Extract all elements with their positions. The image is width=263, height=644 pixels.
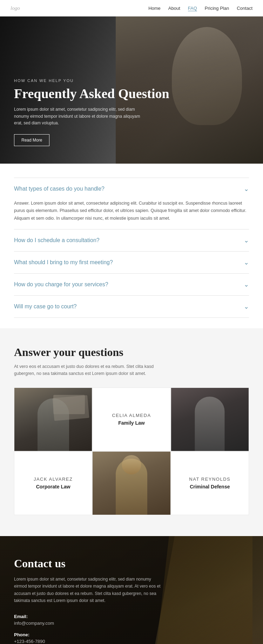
team-photo-man: [14, 388, 92, 451]
faq-item-4: How do you charge for your services? ⌄: [14, 273, 249, 295]
team-heading: Answer your questions: [14, 346, 249, 359]
chevron-down-icon: ⌄: [244, 185, 249, 193]
contact-phone-label: Phone:: [14, 632, 161, 637]
contact-description: Lorem ipsum dolor sit amet, consetetur s…: [14, 576, 161, 604]
nav-home[interactable]: Home: [148, 6, 161, 11]
chevron-down-icon-2: ⌄: [244, 237, 249, 244]
faq-section: What types of cases do you handle? ⌄ Ans…: [0, 164, 263, 328]
faq-item-5: Will my case go to court? ⌄: [14, 295, 249, 318]
team-description: At vero eos et accusam et justo duo dolo…: [14, 363, 154, 377]
contact-section: Contact us Lorem ipsum dolor sit amet, c…: [0, 536, 263, 644]
team-photo-woman-blond: [92, 451, 170, 515]
faq-question-2-text: How do I schedule a consultation?: [14, 237, 100, 244]
celia-name: CELIA ALMEDA: [112, 413, 151, 418]
woman-blond-photo: [93, 452, 170, 515]
nav-about[interactable]: About: [168, 6, 180, 11]
chevron-down-icon-4: ⌄: [244, 281, 249, 288]
nav-pricing[interactable]: Pricing Plan: [205, 6, 229, 11]
celia-role: Family Law: [118, 420, 144, 426]
nat-role: Criminal Defense: [190, 484, 230, 489]
faq-question-5[interactable]: Will my case go to court? ⌄: [14, 296, 249, 317]
nav-faq[interactable]: FAQ: [188, 6, 197, 11]
logo: logo: [11, 5, 20, 11]
faq-question-1[interactable]: What types of cases do you handle? ⌄: [14, 178, 249, 200]
faq-question-2[interactable]: How do I schedule a consultation? ⌄: [14, 229, 249, 251]
faq-question-3[interactable]: What should I bring to my first meeting?…: [14, 252, 249, 273]
contact-email-value: info@company.com: [14, 621, 161, 626]
team-card-nat[interactable]: NAT REYNOLDS Criminal Defense: [171, 451, 249, 515]
nav-links: Home About FAQ Pricing Plan Contact: [148, 5, 252, 11]
faq-question-1-text: What types of cases do you handle?: [14, 186, 104, 192]
contact-title: Contact us: [14, 557, 161, 570]
team-card-jack[interactable]: JACK ALVAREZ Corporate Law: [14, 451, 92, 515]
faq-item-3: What should I bring to my first meeting?…: [14, 251, 249, 273]
jack-role: Corporate Law: [36, 484, 70, 489]
faq-item-2: How do I schedule a consultation? ⌄: [14, 229, 249, 251]
team-card-celia[interactable]: CELIA ALMEDA Family Law: [92, 388, 170, 451]
woman-bw-photo: [171, 388, 249, 451]
hero-description: Lorem ipsum dolor sit amet, consetetur s…: [14, 106, 147, 126]
contact-content: Contact us Lorem ipsum dolor sit amet, c…: [14, 557, 161, 644]
faq-question-4-text: How do you charge for your services?: [14, 281, 108, 288]
faq-item-1: What types of cases do you handle? ⌄ Ans…: [14, 178, 249, 229]
chevron-down-icon-3: ⌄: [244, 259, 249, 266]
hero-eyebrow: HOW CAN WE HELP YOU: [14, 78, 169, 83]
hero-section: HOW CAN WE HELP YOU Frequently Asked Que…: [0, 16, 263, 164]
team-photo-woman-bw: [171, 388, 249, 451]
nat-name: NAT REYNOLDS: [189, 477, 230, 482]
hero-content: HOW CAN WE HELP YOU Frequently Asked Que…: [14, 78, 169, 146]
faq-answer-1: Answer. Lorem ipsum dolor sit amet, cons…: [14, 200, 249, 229]
faq-question-4[interactable]: How do you charge for your services? ⌄: [14, 274, 249, 295]
team-section: Answer your questions At vero eos et acc…: [0, 328, 263, 536]
hero-title: Frequently Asked Question: [14, 86, 169, 102]
contact-email-label: Email:: [14, 614, 161, 619]
team-grid: CELIA ALMEDA Family Law JACK ALVAREZ Cor…: [14, 388, 249, 515]
contact-phone-value: +123-456-7890: [14, 639, 161, 644]
read-more-button[interactable]: Read More: [14, 134, 49, 146]
jack-name: JACK ALVAREZ: [34, 477, 73, 482]
faq-question-5-text: Will my case go to court?: [14, 303, 77, 310]
man-laptop-photo: [14, 388, 92, 451]
faq-question-3-text: What should I bring to my first meeting?: [14, 259, 113, 266]
chevron-down-icon-5: ⌄: [244, 303, 249, 310]
nav-contact[interactable]: Contact: [237, 6, 252, 11]
navbar: logo Home About FAQ Pricing Plan Contact: [0, 0, 263, 16]
